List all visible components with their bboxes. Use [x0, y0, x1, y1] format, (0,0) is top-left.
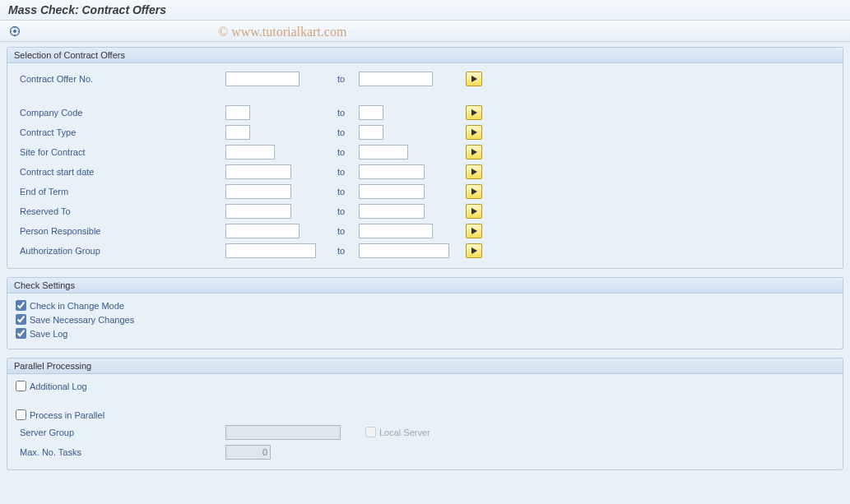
site-multiselect[interactable] [466, 145, 482, 160]
to-label: to [337, 167, 354, 177]
auth-group-label: Authorization Group [16, 246, 225, 256]
save-changes-checkbox[interactable] [16, 314, 26, 325]
group-check-settings: Check Settings Check in Change Mode Save… [7, 277, 843, 349]
execute-button[interactable] [7, 23, 23, 39]
reserved-to-from[interactable] [225, 204, 291, 219]
max-tasks-input [225, 445, 271, 460]
to-label: to [337, 226, 354, 236]
contract-offer-no-from[interactable] [225, 72, 300, 86]
auth-group-to[interactable] [359, 243, 449, 258]
to-label: to [337, 147, 354, 157]
contract-type-multiselect[interactable] [466, 125, 482, 140]
local-server-checkbox [365, 427, 376, 437]
group-parallel-header: Parallel Processing [7, 358, 843, 374]
server-group-input [225, 425, 341, 440]
start-date-label: Contract start date [16, 167, 225, 177]
arrow-right-icon [471, 129, 477, 136]
save-log-label: Save Log [30, 329, 67, 339]
additional-log-label: Additional Log [30, 381, 87, 391]
company-code-label: Company Code [16, 108, 225, 118]
save-log-checkbox[interactable] [16, 328, 26, 339]
group-selection: Selection of Contract Offers Contract Of… [7, 47, 843, 269]
to-label: to [337, 206, 354, 216]
page-title: Mass Check: Contract Offers [8, 3, 166, 16]
end-of-term-from[interactable] [225, 184, 291, 199]
check-change-mode-checkbox[interactable] [16, 300, 26, 311]
arrow-right-icon [471, 109, 477, 116]
process-parallel-label: Process in Parallel [30, 410, 105, 420]
arrow-right-icon [471, 208, 477, 215]
site-label: Site for Contract [16, 147, 225, 157]
to-label: to [337, 74, 354, 84]
group-selection-header: Selection of Contract Offers [7, 48, 843, 63]
reserved-to-multiselect[interactable] [466, 204, 482, 219]
contract-type-from[interactable] [225, 125, 250, 140]
to-label: to [337, 246, 354, 256]
contract-offer-no-to[interactable] [359, 72, 433, 86]
reserved-to-label: Reserved To [16, 206, 225, 216]
end-of-term-label: End of Term [16, 187, 225, 197]
server-group-label: Server Group [16, 428, 225, 437]
person-resp-label: Person Responsible [16, 226, 225, 236]
person-resp-from[interactable] [225, 224, 300, 238]
check-change-mode-label: Check in Change Mode [30, 301, 124, 311]
contract-type-label: Contract Type [16, 127, 225, 137]
group-parallel: Parallel Processing Additional Log Proce… [7, 358, 843, 470]
arrow-right-icon [471, 247, 477, 254]
additional-log-checkbox[interactable] [16, 381, 26, 391]
company-code-from[interactable] [225, 105, 250, 120]
reserved-to-to[interactable] [359, 204, 425, 219]
end-of-term-to[interactable] [359, 184, 425, 199]
process-parallel-checkbox[interactable] [16, 409, 26, 420]
arrow-right-icon [471, 228, 477, 234]
site-from[interactable] [225, 145, 275, 160]
to-label: to [337, 187, 354, 197]
start-date-to[interactable] [359, 164, 425, 179]
max-tasks-label: Max. No. Tasks [16, 447, 225, 457]
end-of-term-multiselect[interactable] [466, 184, 482, 199]
arrow-right-icon [471, 188, 477, 195]
company-code-to[interactable] [359, 105, 383, 120]
toolbar [0, 21, 850, 42]
contract-offer-no-label: Contract Offer No. [16, 74, 225, 84]
person-resp-to[interactable] [359, 224, 433, 238]
arrow-right-icon [471, 169, 477, 175]
group-check-settings-header: Check Settings [7, 278, 843, 294]
save-changes-label: Save Necessary Changes [30, 315, 134, 325]
svg-point-1 [13, 30, 16, 33]
auth-group-multiselect[interactable] [466, 243, 482, 258]
company-code-multiselect[interactable] [466, 105, 482, 120]
site-to[interactable] [359, 145, 408, 160]
to-label: to [337, 108, 354, 118]
person-resp-multiselect[interactable] [466, 224, 482, 238]
start-date-multiselect[interactable] [466, 164, 482, 179]
start-date-from[interactable] [225, 164, 291, 179]
arrow-right-icon [471, 149, 477, 155]
auth-group-from[interactable] [225, 243, 316, 258]
contract-type-to[interactable] [359, 125, 383, 140]
to-label: to [337, 127, 354, 137]
content-area: Selection of Contract Offers Contract Of… [0, 42, 850, 483]
title-bar: Mass Check: Contract Offers [0, 0, 850, 21]
contract-offer-no-multiselect[interactable] [466, 72, 482, 86]
arrow-right-icon [471, 76, 477, 82]
local-server-label: Local Server [379, 428, 430, 437]
